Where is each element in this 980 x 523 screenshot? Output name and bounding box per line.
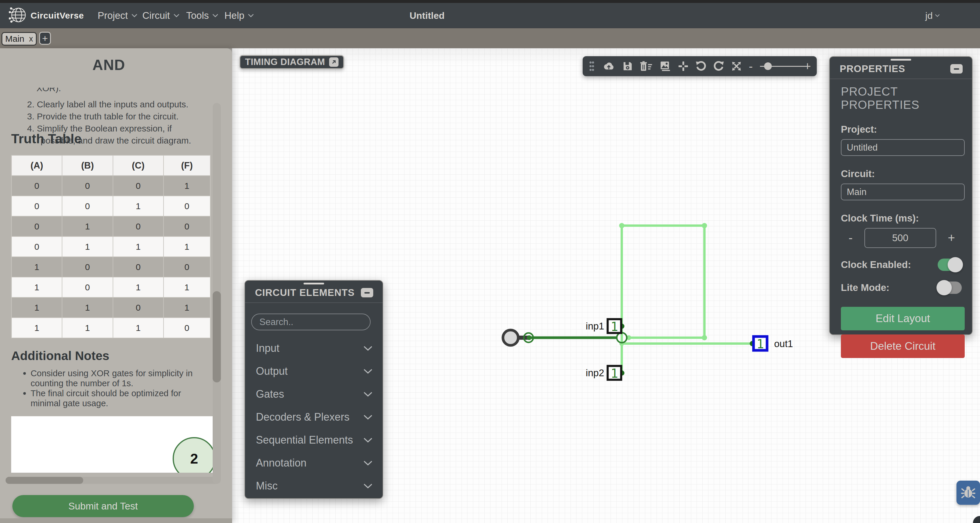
notes-list: Consider using XOR gates for simplicity … <box>21 368 202 408</box>
chevron-down-icon <box>935 14 940 17</box>
panel-drag-handle[interactable] <box>304 283 324 285</box>
chevron-down-icon <box>364 415 372 420</box>
clock-enabled-toggle[interactable] <box>938 259 962 271</box>
note-item: The final circuit should be optimized fo… <box>30 388 202 408</box>
redo-icon[interactable] <box>714 61 724 72</box>
clock-enabled-label: Clock Enabled: <box>841 259 911 270</box>
timing-diagram-button[interactable]: TIMING DIAGRAM <box>239 55 344 69</box>
open-in-new-icon <box>329 57 339 67</box>
chevron-down-icon <box>212 14 218 17</box>
truth-table: (A) (B) (C) (F) 0001 0010 0100 0111 1000… <box>11 155 211 338</box>
chevron-down-icon <box>364 461 372 466</box>
add-circuit-button[interactable]: + <box>39 32 51 45</box>
zoom-slider-knob[interactable] <box>764 62 772 70</box>
menu-help[interactable]: Help <box>224 3 254 28</box>
lite-mode-row: Lite Mode: <box>830 271 972 294</box>
circuitverse-logo-icon <box>9 6 27 25</box>
truth-table-header: (A) <box>11 155 62 176</box>
project-title: Untitled <box>375 3 479 28</box>
chevron-down-icon <box>248 14 254 17</box>
section-title: PROJECT PROPERTIES <box>830 79 972 111</box>
sidebar-bottom-strip <box>0 518 232 523</box>
sidebar-vertical-scrollbar[interactable] <box>213 103 221 484</box>
notes-title: Additional Notes <box>11 349 110 363</box>
menu-circuit[interactable]: Circuit <box>142 3 180 28</box>
truth-table-row: 0010 <box>11 196 210 216</box>
toggle-knob <box>937 280 952 295</box>
truth-table-row: 0100 <box>11 216 210 237</box>
menu-tools[interactable]: Tools <box>186 3 218 28</box>
truth-table-row: 1011 <box>11 277 210 297</box>
bug-icon <box>961 485 975 500</box>
panel-drag-handle[interactable] <box>891 59 911 60</box>
delete-circuit-button[interactable]: Delete Circuit <box>841 334 965 358</box>
category-gates[interactable]: Gates <box>245 383 383 405</box>
zoom-out-button[interactable]: - <box>749 60 752 72</box>
undo-icon[interactable] <box>695 61 706 72</box>
truth-table-row: 1000 <box>11 257 210 277</box>
circuit-label: Circuit: <box>830 156 972 180</box>
minimize-button[interactable] <box>361 288 373 297</box>
truth-table-row: 0111 <box>11 237 210 257</box>
category-sequential-elements[interactable]: Sequential Elements <box>245 429 383 451</box>
clock-time-stepper: - + <box>830 224 972 248</box>
zoom-slider[interactable] <box>760 62 797 70</box>
delete-icon[interactable] <box>640 61 652 71</box>
circuit-elements-panel: CIRCUIT ELEMENTS Input Output Gates Deco… <box>244 280 383 499</box>
truth-table-header: (F) <box>164 155 210 176</box>
instruction-item: 2. Clearly label all the inputs and outp… <box>27 98 202 110</box>
minimize-button[interactable] <box>950 64 963 73</box>
export-image-icon[interactable] <box>660 61 671 71</box>
report-bug-button[interactable] <box>956 481 980 505</box>
submit-and-test-button[interactable]: Submit and Test <box>12 495 194 517</box>
clipped-instruction-line: XOR). <box>37 87 61 95</box>
category-decoders-plexers[interactable]: Decoders & Plexers <box>245 405 383 429</box>
truth-table-header-row: (A) (B) (C) (F) <box>11 155 210 176</box>
category-annotation[interactable]: Annotation <box>245 451 383 474</box>
brand-text: CircuitVerse <box>30 11 84 21</box>
project-name-input[interactable] <box>841 139 965 156</box>
clock-enabled-row: Clock Enabled: <box>830 248 972 271</box>
decrement-button[interactable]: - <box>848 232 853 244</box>
cloud-upload-icon[interactable] <box>602 61 615 71</box>
note-item: Consider using XOR gates for simplicity … <box>30 368 202 388</box>
chevron-down-icon <box>364 392 372 397</box>
truth-table-row: 1101 <box>11 297 210 318</box>
lite-mode-toggle[interactable] <box>938 281 962 294</box>
navbar: CircuitVerse Project Circuit Tools Help … <box>0 3 980 28</box>
drag-handle-icon[interactable] <box>589 60 595 72</box>
tab-main[interactable]: Main x <box>2 32 37 46</box>
fit-to-screen-icon[interactable] <box>678 61 688 71</box>
chevron-down-icon <box>364 369 372 374</box>
category-misc[interactable]: Misc <box>245 474 383 498</box>
scrollbar-thumb[interactable] <box>213 291 221 382</box>
category-output[interactable]: Output <box>245 360 383 383</box>
scrollbar-thumb[interactable] <box>6 477 83 484</box>
expand-icon[interactable] <box>732 61 741 71</box>
save-icon[interactable] <box>623 61 633 71</box>
tab-close-icon[interactable]: x <box>29 34 33 43</box>
edit-layout-button[interactable]: Edit Layout <box>841 307 965 330</box>
user-menu[interactable]: jd <box>925 3 940 28</box>
window-top-strip <box>0 0 980 3</box>
clock-time-label: Clock Time (ms): <box>830 200 972 224</box>
circuitverse-app: CircuitVerse Project Circuit Tools Help … <box>0 0 980 523</box>
chevron-down-icon <box>364 438 372 443</box>
instruction-item: 3. Provide the truth table for the circu… <box>27 110 202 122</box>
minimize-icon <box>364 292 370 294</box>
increment-button[interactable]: + <box>948 232 955 244</box>
properties-panel: PROPERTIES PROJECT PROPERTIES Project: C… <box>829 56 973 335</box>
brand-link[interactable]: CircuitVerse <box>9 3 84 28</box>
element-search-input[interactable] <box>251 313 371 330</box>
question-sidebar: AND XOR). 2. Clearly label all the input… <box>0 48 232 523</box>
divider <box>245 302 383 303</box>
panel-title: PROPERTIES <box>840 63 905 75</box>
menu-project[interactable]: Project <box>98 3 137 28</box>
circuit-name-input[interactable] <box>841 184 965 200</box>
category-input[interactable]: Input <box>245 337 383 360</box>
project-label: Project: <box>830 111 972 135</box>
clock-time-input[interactable] <box>864 228 936 248</box>
truth-table-header: (B) <box>62 155 113 176</box>
question-heading: AND <box>0 56 218 73</box>
preview-horizontal-scrollbar[interactable] <box>6 477 220 484</box>
